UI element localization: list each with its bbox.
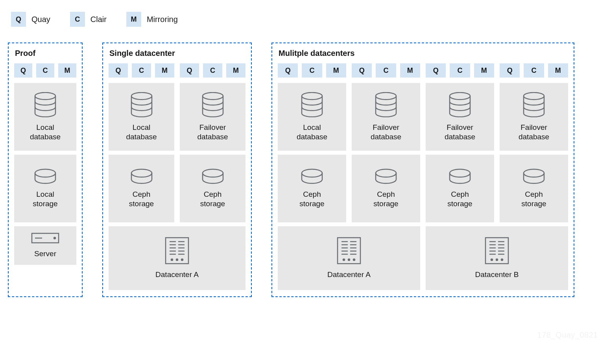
legend-item-clair: C Clair: [70, 12, 107, 27]
legend-label: Mirroring: [147, 15, 178, 24]
qcm-box-c: C: [36, 63, 54, 78]
qcm-row: Q C M: [109, 63, 174, 78]
legend-label: Clair: [90, 15, 107, 24]
tile-local-database: Localdatabase: [109, 83, 174, 151]
database-icon: [300, 92, 324, 117]
database-icon: [33, 92, 57, 117]
svg-point-58: [501, 259, 503, 261]
svg-point-43: [348, 259, 350, 261]
tile-label: Localstorage: [33, 190, 57, 209]
legend-abbr-box: M: [126, 12, 141, 27]
svg-point-8: [203, 169, 223, 177]
legend-label: Quay: [31, 15, 50, 24]
panel-multiple-datacenters: Mulitple datacenters Q C M Localdatabase: [271, 42, 574, 297]
qcm-box-c: C: [376, 63, 396, 78]
qcm-box-m: M: [400, 63, 420, 78]
tile-label: Cephstorage: [129, 190, 154, 209]
tile-ceph-storage: Cephstorage: [352, 155, 420, 222]
qcm-box-c: C: [132, 63, 151, 78]
svg-point-29: [524, 92, 544, 100]
svg-point-44: [353, 259, 355, 261]
qcm-box-c: C: [524, 63, 544, 78]
svg-point-25: [376, 92, 396, 100]
tile-label: Localdatabase: [126, 123, 157, 142]
tile-label: Datacenter A: [327, 270, 371, 279]
svg-point-56: [491, 259, 493, 261]
svg-point-7: [203, 92, 223, 100]
panel-column: Q C M Localdatabase Cephstorage: [109, 63, 174, 222]
tile-label: Failoverdatabase: [197, 123, 228, 142]
panel-column: Q C M Failoverdatabase Cephstorage: [426, 63, 494, 222]
qcm-row: Q C M: [14, 63, 76, 78]
database-icon: [448, 92, 472, 117]
tile-label: Localdatabase: [30, 123, 61, 142]
qcm-row: Q C M: [500, 63, 568, 78]
svg-point-22: [181, 259, 183, 261]
qcm-box-m: M: [326, 63, 346, 78]
legend-item-quay: Q Quay: [11, 12, 50, 27]
svg-point-57: [496, 259, 498, 261]
svg-point-1: [35, 169, 55, 177]
tile-label: Failoverdatabase: [371, 123, 401, 142]
disk-icon: [130, 168, 153, 184]
tile-label: Server: [34, 249, 56, 259]
tile-label: Failoverdatabase: [445, 123, 475, 142]
datacenter-icon: [165, 237, 189, 264]
panels-row: Proof Q C M Localdatabase Localstor: [8, 42, 590, 297]
bottom-row: Datacenter A: [109, 226, 245, 290]
tile-failover-database: Failoverdatabase: [500, 83, 568, 151]
database-icon: [374, 92, 398, 117]
svg-point-26: [376, 169, 396, 177]
panel-title: Single datacenter: [109, 49, 245, 58]
svg-point-0: [35, 92, 55, 100]
svg-point-24: [302, 169, 322, 177]
tile-label: Cephstorage: [521, 190, 546, 209]
svg-point-20: [171, 259, 173, 261]
tile-local-database: Localdatabase: [14, 83, 76, 151]
qcm-box-q: Q: [14, 63, 32, 78]
qcm-box-q: Q: [500, 63, 520, 78]
panel-column: Q C M Localdatabase Cephstorage: [278, 63, 346, 222]
qcm-box-m: M: [548, 63, 568, 78]
panel-column: Q C M Failoverdatabase Cephstorage: [500, 63, 568, 222]
svg-point-4: [54, 237, 55, 239]
disk-icon: [300, 168, 324, 184]
qcm-row: Q C M: [180, 63, 245, 78]
tile-ceph-storage: Cephstorage: [500, 155, 568, 222]
tile-ceph-storage: Cephstorage: [426, 155, 494, 222]
svg-point-30: [524, 169, 544, 177]
legend-item-mirroring: M Mirroring: [126, 12, 178, 27]
database-icon: [130, 92, 153, 117]
tile-label: Cephstorage: [299, 190, 324, 209]
datacenter-icon: [337, 237, 361, 264]
tile-failover-database: Failoverdatabase: [180, 83, 245, 151]
database-icon: [201, 92, 225, 117]
svg-point-21: [176, 259, 178, 261]
tile-server: Server: [14, 226, 76, 265]
panel-columns: Q C M Localdatabase Localstorage: [14, 63, 76, 265]
disk-icon: [33, 168, 57, 184]
qcm-row: Q C M: [352, 63, 420, 78]
qcm-box-q: Q: [180, 63, 199, 78]
tile-datacenter-b: Datacenter B: [426, 226, 568, 290]
tile-label: Cephstorage: [447, 190, 472, 209]
disk-icon: [522, 168, 546, 184]
qcm-box-c: C: [203, 63, 222, 78]
qcm-box-m: M: [155, 63, 174, 78]
bottom-row: Datacenter A Datacenter B: [278, 226, 568, 290]
tile-ceph-storage: Cephstorage: [278, 155, 346, 222]
tile-ceph-storage: Cephstorage: [109, 155, 174, 222]
panel-proof: Proof Q C M Localdatabase Localstor: [8, 42, 83, 297]
panel-column: Q C M Failoverdatabase Cephstorage: [180, 63, 245, 222]
panel-column: Q C M Localdatabase Localstorage: [14, 63, 76, 265]
tile-label: Datacenter A: [155, 270, 199, 279]
qcm-box-c: C: [450, 63, 470, 78]
svg-point-5: [131, 92, 152, 100]
panel-title: Proof: [15, 49, 76, 58]
disk-icon: [448, 168, 472, 184]
svg-point-23: [302, 92, 322, 100]
panel-columns: Q C M Localdatabase Cephstorage: [278, 63, 568, 222]
tile-label: Localdatabase: [297, 123, 327, 142]
qcm-box-q: Q: [352, 63, 372, 78]
qcm-box-m: M: [226, 63, 245, 78]
